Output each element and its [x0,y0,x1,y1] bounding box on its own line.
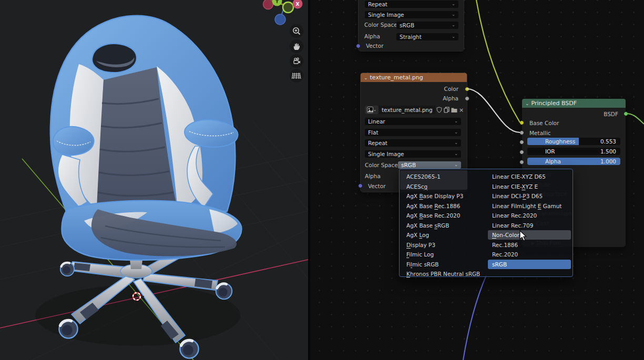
color-space-menu: ACES2065-1ACEScgAgX Base Display P3AgX B… [399,169,573,277]
vector-input-label: Vector [366,43,383,49]
node-title: texture_metal.png [370,74,423,81]
menu-item-linear-cie-xyz-e[interactable]: Linear CIE-XYZ E [488,182,571,191]
menu-item-rec-2020[interactable]: Rec.2020 [488,250,571,259]
dropdown-repeat[interactable]: Repeat⌄ [365,1,458,8]
shader-node-editor[interactable]: Repeat⌄Single Image⌄ Color Space sRGB⌄ A… [310,0,644,360]
ior-input-socket[interactable] [519,150,524,155]
gizmo-axis-x-neg[interactable] [263,0,273,9]
alpha-slider[interactable]: Alpha1.000 [527,158,620,165]
wire-color-to-metallic [467,89,520,132]
image-browse-button[interactable]: ⌄ [365,106,379,114]
dropdown-repeat[interactable]: Repeat⌄ [365,139,461,147]
menu-item-linear-filmlight-e-gamut[interactable]: Linear FilmLight E Gamut [488,201,571,211]
ior-slider-value: 1.500 [600,148,616,155]
gizmo-axis-z-neg[interactable] [275,14,285,25]
viewport-3d[interactable]: Y X [0,0,308,360]
ior-slider[interactable]: IOR1.500 [527,148,620,155]
toggle-grid-button[interactable] [290,69,303,83]
menu-item-filmic-log[interactable]: Filmic Log [402,250,485,259]
alpha-output-socket[interactable] [465,96,469,101]
menu-item-agx-base-rec-2020[interactable]: AgX Base Rec.2020 [402,211,485,220]
collapse-chevron-icon[interactable]: ⌄ [364,75,368,80]
pan-tool-button[interactable] [290,39,303,53]
menu-item-linear-rec-2020[interactable]: Linear Rec.2020 [488,211,571,220]
mouse-cursor [519,230,528,242]
image-name-field[interactable]: texture_metal.png [379,106,435,114]
metallic-input-socket[interactable] [519,130,524,135]
color-output-socket[interactable] [465,87,469,91]
bsdf-output-label: BSDF [604,111,618,118]
shield-fake-user-icon[interactable] [435,106,443,114]
base-color-input-label: Base Color [529,120,559,127]
roughness-input-socket[interactable] [519,140,524,145]
menu-item-display-p3[interactable]: Display P3 [402,240,485,250]
menu-item-linear-cie-xyz-d65[interactable]: Linear CIE-XYZ D65 [488,172,571,181]
zoom-tool-button[interactable] [290,24,303,38]
nav-gizmo[interactable]: Y X [263,0,303,25]
menu-item-linear-rec-709[interactable]: Linear Rec.709 [488,221,571,230]
menu-item-non-color[interactable]: Non-Color [488,230,571,240]
color-output-label: Color [444,86,458,92]
roughness-slider-label: Roughness [545,138,575,145]
menu-item-agx-log[interactable]: AgX Log [402,230,485,240]
color-space-label: Color Space [364,22,397,28]
menu-item-rec-1886[interactable]: Rec.1886 [488,240,571,250]
menu-item-linear-dci-p3-d65[interactable]: Linear DCI-P3 D65 [488,191,571,201]
alpha-slider-label: Alpha [545,158,561,165]
camera-icon [292,56,301,66]
zoom-icon [292,26,301,36]
caster-wheel [60,262,74,276]
hand-icon [292,42,301,51]
node-image-texture-top[interactable]: Repeat⌄Single Image⌄ Color Space sRGB⌄ A… [359,0,464,51]
alpha-mode-dropdown[interactable]: Straight⌄ [396,33,458,40]
menu-item-agx-base-display-p3[interactable]: AgX Base Display P3 [402,191,485,201]
metallic-input-label: Metallic [529,130,551,137]
duplicate-icon[interactable] [443,106,450,114]
dropdown-linear[interactable]: Linear⌄ [365,118,461,125]
dropdown-single-image[interactable]: Single Image⌄ [365,11,458,18]
roughness-slider[interactable]: Roughness0.553 [527,138,620,145]
color-space-label: Color Space [365,162,398,169]
blender-window: Y X [0,0,644,360]
menu-item-agx-base-srgb[interactable]: AgX Base sRGB [402,221,485,230]
menu-item-agx-base-rec-1886[interactable]: AgX Base Rec.1886 [402,201,485,211]
menu-item-aces2065-1[interactable]: ACES2065-1 [402,172,485,181]
roughness-slider-value: 0.553 [600,138,616,145]
base-color-input-socket[interactable] [519,120,524,125]
gizmo-y-label: Y [275,0,279,4]
image-icon [367,107,373,113]
alpha-label: Alpha [365,173,381,180]
dropdown-single-image[interactable]: Single Image⌄ [365,150,461,158]
alpha-output-label: Alpha [443,95,458,102]
dropdown-flat[interactable]: Flat⌄ [365,129,461,136]
vector-input-socket[interactable] [356,44,361,48]
collapse-chevron-icon[interactable]: ⌄ [525,101,529,106]
unlink-x-icon[interactable]: × [458,106,465,114]
wire-color-to-basecolor [476,0,520,122]
menu-item-khronos-pbr-neutral-srgb[interactable]: Khronos PBR Neutral sRGB [402,269,485,279]
node-title: Principled BSDF [531,100,577,107]
gizmo-axis-y-neg[interactable] [283,2,293,13]
ior-slider-label: IOR [545,148,555,155]
vector-input-socket[interactable] [358,183,363,188]
alpha-input-socket[interactable] [519,160,524,164]
menu-item-srgb[interactable]: sRGB [488,260,571,269]
camera-view-button[interactable] [290,54,303,68]
grid-icon [292,71,301,80]
wire-bsdf-output [626,114,644,124]
gizmo-x-label: X [296,2,300,7]
viewport-scene: Y X [0,0,308,360]
vector-input-label: Vector [368,183,385,190]
color-space-dropdown[interactable]: sRGB⌄ [396,22,458,29]
color-space-dropdown-open[interactable]: sRGB⌄ [398,161,461,169]
folder-open-icon[interactable] [450,106,458,114]
alpha-label: Alpha [364,33,380,40]
wire-vector-input [463,275,486,360]
alpha-slider-value: 1.000 [600,158,616,165]
bsdf-output-socket[interactable] [623,111,628,116]
menu-item-acescg[interactable]: ACEScg [402,182,485,191]
menu-item-filmic-srgb[interactable]: Filmic sRGB [402,260,485,269]
